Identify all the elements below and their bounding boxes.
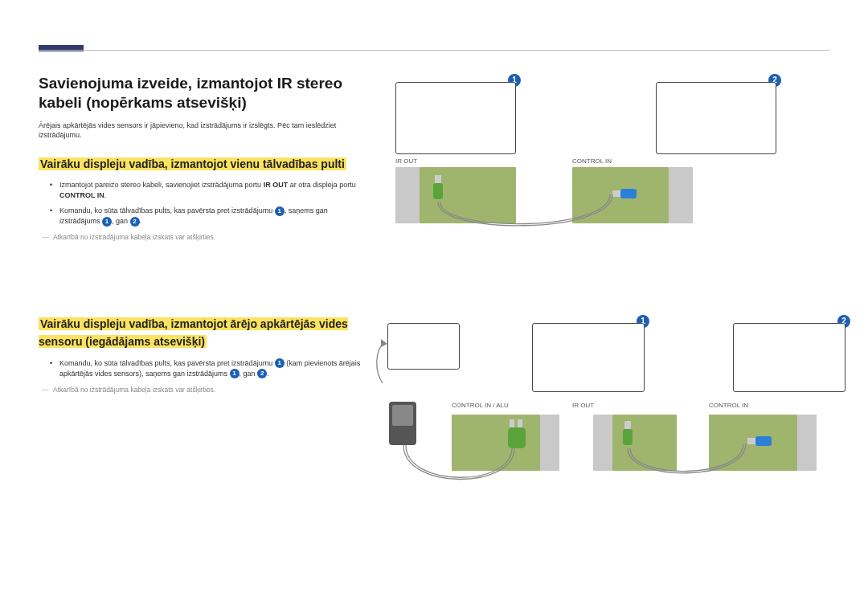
text: , gan — [240, 370, 258, 378]
label-ir-out: IR OUT — [395, 157, 417, 165]
label-control-in: CONTROL IN — [572, 157, 612, 165]
badge-1-icon: 1 — [102, 217, 112, 227]
badge-2-icon: 2 — [130, 217, 140, 227]
section1-heading-wrap: Vairāku displeju vadība, izmantojot vien… — [39, 155, 368, 173]
label-ir-out: IR OUT — [572, 402, 594, 409]
text: ar otra displeja portu — [288, 181, 356, 189]
section1-heading: Vairāku displeju vadība, izmantojot vien… — [39, 157, 346, 170]
monitor-2 — [656, 82, 776, 154]
page-content: Savienojuma izveide, izmantojot IR stere… — [39, 74, 829, 556]
svg-rect-3 — [620, 189, 637, 198]
section2-bullet-1: Komandu, ko sūta tālvadības pults, kas p… — [50, 358, 368, 379]
diagram-column: 1 2 IR OUT CONTROL IN 1 2 — [387, 74, 829, 556]
badge-1-icon: 1 — [275, 358, 285, 368]
section1-bullet-2: Komandu, ko sūta tālvadības pults, kas p… — [50, 206, 368, 227]
monitor-2 — [733, 323, 845, 392]
text: Izmantojot pareizo stereo kabeli, savien… — [59, 181, 264, 189]
diagram-1: 1 2 IR OUT CONTROL IN — [387, 74, 829, 251]
text: . — [140, 217, 142, 225]
text: . — [104, 191, 107, 199]
text-bold: IR OUT — [264, 181, 289, 189]
port-grey-1 — [395, 167, 420, 223]
badge-2-icon: 2 — [257, 369, 267, 378]
section1-bullet-1: Izmantojot pareizo stereo kabeli, savien… — [50, 180, 368, 201]
section2-heading-wrap: Vairāku displeju vadība, izmantojot ārēj… — [39, 315, 368, 349]
badge-1-icon: 1 — [275, 206, 285, 216]
intro-paragraph: Ārējais apkārtējās vides sensors ir jāpi… — [39, 121, 368, 141]
svg-rect-7 — [624, 421, 631, 429]
header-rule — [39, 50, 829, 51]
page-title: Savienojuma izveide, izmantojot IR stere… — [39, 74, 368, 112]
text: . — [267, 370, 269, 378]
text: Komandu, ko sūta tālvadības pults, kas p… — [59, 206, 275, 215]
text: , gan — [112, 217, 130, 225]
section2-heading: Vairāku displeju vadība, izmantojot ārēj… — [39, 317, 348, 348]
port-grey-2 — [669, 167, 693, 223]
section2-note: Atkarībā no izstrādājuma kabeļa izskats … — [45, 386, 368, 394]
port-grey-2 — [593, 415, 612, 471]
svg-rect-8 — [623, 429, 633, 445]
section2-bullets: Komandu, ko sūta tālvadības pults, kas p… — [50, 358, 368, 379]
remote-icon — [389, 402, 416, 445]
badge-1-icon: 1 — [230, 369, 240, 378]
label-control-in: CONTROL IN — [709, 402, 748, 409]
sensor-display — [387, 323, 460, 370]
monitor-1 — [395, 82, 516, 154]
monitor-1 — [532, 323, 645, 392]
svg-rect-5 — [518, 419, 522, 427]
cable-1 — [436, 194, 620, 243]
arrow-icon — [373, 339, 392, 387]
svg-rect-4 — [510, 419, 514, 427]
section1-bullets: Izmantojot pareizo stereo kabeli, savien… — [50, 180, 368, 227]
text-column: Savienojuma izveide, izmantojot IR stere… — [39, 74, 368, 556]
label-control-in-alu: CONTROL IN / ALU — [452, 402, 509, 409]
text: Komandu, ko sūta tālvadības pults, kas p… — [59, 359, 275, 367]
cable-remote — [402, 442, 522, 498]
cable-2 — [625, 443, 754, 488]
port-grey-1 — [540, 415, 559, 471]
svg-rect-0 — [435, 175, 441, 183]
text-bold: CONTROL IN — [59, 191, 104, 199]
section1-note: Atkarībā no izstrādājuma kabeļa izskats … — [45, 233, 368, 241]
svg-rect-10 — [755, 436, 772, 446]
diagram-2: 1 2 CONTROL IN / ALU IR OUT CONTROL IN — [387, 315, 829, 556]
port-grey-3 — [797, 415, 817, 471]
